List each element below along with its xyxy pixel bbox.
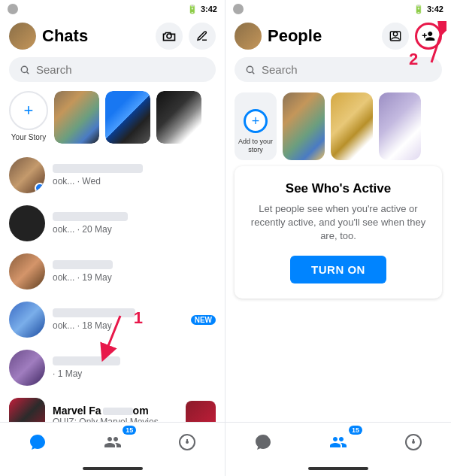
nav-people-left[interactable]: 15	[75, 423, 150, 461]
chat-avatar	[9, 302, 45, 338]
left-search-bar[interactable]	[9, 57, 216, 82]
chat-info: · 1 May	[53, 356, 216, 379]
chat-item[interactable]: ook... · 19 May	[0, 247, 225, 296]
svg-point-6	[186, 441, 188, 443]
camera-button[interactable]	[156, 23, 183, 50]
nav-discover-right[interactable]	[376, 423, 451, 461]
add-friend-button[interactable]	[415, 23, 442, 50]
right-search-bar[interactable]	[235, 57, 442, 82]
add-story-btn[interactable]: + Your Story	[9, 91, 48, 141]
right-story-thumb-2[interactable]	[331, 92, 373, 160]
left-status-bar: 🔋 3:42	[0, 0, 225, 18]
your-story-label: Your Story	[11, 133, 46, 141]
svg-point-9	[247, 66, 253, 72]
chat-item[interactable]: ook... · Wed	[0, 151, 225, 199]
chat-name: Marvel Faom	[53, 405, 178, 417]
add-to-story-label: Add to your story	[235, 138, 277, 154]
right-status-time: 3:42	[427, 5, 443, 14]
nav-chat-left[interactable]	[0, 423, 75, 461]
right-story-thumb-3[interactable]	[379, 92, 421, 160]
story-thumb-3[interactable]	[156, 91, 201, 144]
chat-item[interactable]: · 1 May	[0, 344, 225, 392]
left-header: Chats	[0, 18, 225, 54]
svg-line-10	[253, 71, 255, 74]
right-story-section: + Add to your story	[226, 88, 451, 166]
battery-icon: 🔋	[187, 5, 198, 14]
left-home-indicator	[0, 461, 225, 476]
right-status-bar: 🔋 3:42	[226, 0, 451, 18]
chat-info: ook... · 19 May	[53, 260, 216, 283]
right-people-badge: 15	[349, 426, 362, 435]
left-status-time: 3:42	[201, 5, 217, 14]
chat-preview: ook... · Wed	[53, 176, 208, 186]
contacts-button[interactable]	[382, 23, 409, 50]
active-card-desc: Let people see when you're active or rec…	[247, 202, 430, 244]
chat-avatar	[9, 205, 45, 241]
add-story-circle[interactable]: +	[9, 91, 48, 130]
chat-info: Marvel Faom QUIZ: Only Marvel Movies ...	[53, 405, 178, 422]
chat-name	[53, 164, 143, 173]
left-bottom-nav: 15	[0, 422, 225, 461]
marvel-thumb	[186, 401, 216, 422]
chat-info: ook... · Wed	[53, 164, 208, 186]
stories-row: + Your Story	[0, 88, 225, 151]
story-thumb-1[interactable]	[54, 91, 99, 144]
left-search-input[interactable]	[36, 63, 205, 76]
right-avatar-small	[233, 4, 244, 14]
left-header-title: Chats	[42, 26, 150, 46]
nav-people-right[interactable]: 15	[301, 423, 376, 461]
chat-avatar	[9, 157, 45, 193]
right-panel: 🔋 3:42 People	[226, 0, 451, 476]
right-battery-icon: 🔋	[413, 5, 424, 14]
compose-button[interactable]	[189, 23, 216, 50]
add-to-story-btn[interactable]: + Add to your story	[235, 92, 277, 160]
svg-point-13	[413, 441, 414, 443]
active-card-title: See Who's Active	[247, 181, 430, 196]
left-panel: 🔋 3:42 Chats	[0, 0, 226, 476]
left-user-avatar[interactable]	[9, 23, 36, 50]
avatar-small	[8, 4, 18, 14]
active-card: See Who's Active Let people see when you…	[235, 166, 442, 299]
svg-line-2	[27, 71, 29, 74]
right-header-title: People	[268, 26, 376, 46]
svg-point-1	[21, 66, 27, 72]
right-search-input[interactable]	[262, 63, 431, 76]
chat-avatar	[9, 253, 45, 290]
left-header-icons	[156, 23, 216, 50]
nav-chat-right[interactable]	[226, 423, 301, 461]
search-icon-left	[20, 65, 30, 75]
chat-list: ook... · Wed ook... · 20 May ook... · 19…	[0, 151, 225, 422]
left-people-badge: 15	[123, 426, 136, 435]
new-badge: NEW	[191, 315, 216, 325]
add-story-icon: +	[244, 109, 268, 133]
right-story-thumb-1[interactable]	[283, 92, 325, 160]
nav-discover-left[interactable]	[150, 423, 225, 461]
marvel-avatar	[9, 398, 45, 422]
chat-item[interactable]: ook... · 18 May NEW	[0, 296, 225, 344]
turn-on-button[interactable]: TURN ON	[290, 256, 386, 283]
right-header: People	[226, 18, 451, 54]
story-thumb-2[interactable]	[105, 91, 150, 144]
search-icon-right	[245, 65, 256, 75]
chat-info: ook... · 20 May	[53, 212, 216, 235]
chat-avatar	[9, 350, 45, 386]
right-bottom-nav: 15	[226, 422, 451, 461]
right-user-avatar[interactable]	[235, 23, 262, 50]
chat-item-marvel[interactable]: Marvel Faom QUIZ: Only Marvel Movies ...	[0, 392, 225, 422]
right-home-indicator	[226, 461, 451, 476]
chat-info: ook... · 18 May	[53, 308, 183, 331]
chat-item[interactable]: ook... · 20 May	[0, 199, 225, 247]
